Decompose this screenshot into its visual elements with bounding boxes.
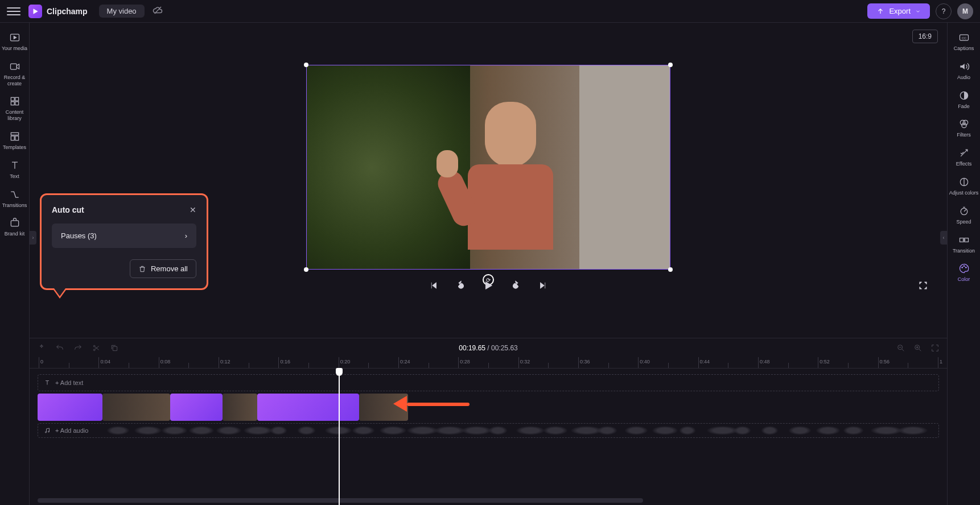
svg-rect-8 bbox=[11, 136, 14, 140]
autocut-panel: Auto cut ✕ Pauses (3) › Remove all bbox=[40, 193, 208, 290]
video-clip[interactable] bbox=[359, 394, 408, 421]
left-sidebar: Your media Record & create Content libra… bbox=[0, 23, 30, 505]
svg-text:CC: CC bbox=[961, 36, 966, 40]
sidebar-item-filters[interactable]: Filters bbox=[948, 114, 981, 143]
sidebar-item-fade[interactable]: Fade bbox=[948, 85, 981, 114]
zoom-in-button[interactable] bbox=[913, 343, 923, 353]
export-label: Export bbox=[889, 7, 911, 15]
menu-button[interactable] bbox=[7, 5, 20, 18]
pause-clip[interactable] bbox=[38, 394, 102, 421]
sidebar-item-templates[interactable]: Templates bbox=[0, 126, 30, 155]
svg-rect-2 bbox=[10, 64, 17, 69]
svg-point-13 bbox=[93, 349, 95, 351]
sidebar-item-audio[interactable]: Audio bbox=[948, 56, 981, 85]
svg-point-29 bbox=[961, 267, 962, 268]
resize-handle-tl[interactable] bbox=[304, 63, 308, 67]
svg-rect-7 bbox=[11, 133, 18, 135]
svg-point-30 bbox=[963, 266, 965, 267]
skip-start-button[interactable] bbox=[427, 279, 440, 292]
add-audio-label: + Add audio bbox=[55, 427, 88, 434]
text-icon bbox=[44, 379, 51, 386]
help-button[interactable]: ? bbox=[936, 3, 952, 19]
undo-button[interactable] bbox=[55, 343, 65, 353]
svg-rect-10 bbox=[11, 221, 18, 226]
audio-waveform bbox=[106, 426, 933, 435]
video-clip[interactable] bbox=[223, 394, 258, 421]
clipchamp-logo bbox=[28, 5, 42, 18]
sidebar-item-text[interactable]: Text bbox=[0, 155, 30, 184]
magic-tool-button[interactable] bbox=[36, 343, 47, 353]
pauses-row[interactable]: Pauses (3) › bbox=[52, 223, 196, 248]
sidebar-item-your-media[interactable]: Your media bbox=[0, 27, 30, 56]
zoom-out-button[interactable] bbox=[896, 343, 906, 353]
svg-rect-6 bbox=[15, 102, 18, 105]
split-button[interactable] bbox=[91, 343, 101, 353]
video-track[interactable] bbox=[38, 394, 939, 421]
pause-clip[interactable] bbox=[170, 394, 223, 421]
sync-status-icon bbox=[153, 5, 163, 18]
pause-clip[interactable] bbox=[257, 394, 359, 421]
music-note-icon bbox=[44, 427, 51, 434]
expand-right-panel[interactable]: ‹ bbox=[940, 231, 947, 245]
timeline-toolbar: 00:19.65 / 00:25.63 bbox=[30, 338, 947, 357]
right-sidebar: CCCaptions Audio Fade Filters Effects Ad… bbox=[947, 23, 980, 505]
sidebar-item-content-library[interactable]: Content library bbox=[0, 91, 30, 126]
play-button[interactable] bbox=[481, 279, 495, 292]
sidebar-item-transition[interactable]: Transition bbox=[948, 230, 981, 259]
aspect-ratio-button[interactable]: 16:9 bbox=[912, 30, 938, 43]
skip-end-button[interactable] bbox=[536, 279, 550, 292]
add-text-track[interactable]: + Add text bbox=[38, 374, 939, 391]
redo-button[interactable] bbox=[73, 343, 83, 353]
playhead[interactable] bbox=[339, 369, 340, 505]
timeline-time-display: 00:19.65 / 00:25.63 bbox=[459, 344, 517, 352]
seek-back-button[interactable] bbox=[454, 279, 468, 292]
svg-point-18 bbox=[48, 431, 50, 432]
chevron-right-icon: › bbox=[185, 231, 187, 240]
sidebar-item-brand-kit[interactable]: Brand kit bbox=[0, 213, 30, 242]
video-clip[interactable] bbox=[102, 394, 170, 421]
current-time: 00:19.65 bbox=[459, 344, 485, 352]
timeline-tracks: + Add text + Add audio bbox=[30, 369, 947, 505]
svg-rect-9 bbox=[15, 136, 18, 140]
trash-icon bbox=[138, 265, 146, 273]
pauses-label: Pauses (3) bbox=[61, 231, 97, 240]
sidebar-item-adjust-colors[interactable]: Adjust colors bbox=[948, 172, 981, 201]
svg-point-23 bbox=[963, 121, 967, 125]
remove-all-label: Remove all bbox=[151, 264, 188, 273]
total-time: 00:25.63 bbox=[491, 344, 518, 352]
project-title[interactable]: My video bbox=[99, 5, 145, 18]
sidebar-item-effects[interactable]: Effects bbox=[948, 143, 981, 172]
svg-point-17 bbox=[46, 432, 47, 433]
seek-forward-button[interactable] bbox=[509, 279, 522, 292]
autocut-close-button[interactable]: ✕ bbox=[190, 205, 196, 214]
add-text-label: + Add text bbox=[55, 379, 83, 386]
svg-point-24 bbox=[961, 123, 966, 128]
add-audio-track[interactable]: + Add audio bbox=[38, 423, 939, 438]
preview-area: 16:9 ⟳ bbox=[30, 23, 947, 338]
svg-rect-3 bbox=[11, 98, 14, 101]
zoom-fit-button[interactable] bbox=[930, 343, 940, 353]
copy-button[interactable] bbox=[109, 343, 120, 353]
sidebar-item-color[interactable]: Color bbox=[948, 258, 981, 287]
autocut-title: Auto cut bbox=[52, 205, 84, 214]
video-canvas[interactable] bbox=[306, 65, 670, 270]
upload-icon bbox=[876, 7, 884, 15]
user-avatar[interactable]: M bbox=[957, 3, 973, 19]
resize-handle-tr[interactable] bbox=[668, 63, 673, 67]
svg-rect-14 bbox=[113, 346, 117, 350]
svg-rect-5 bbox=[11, 102, 14, 105]
sidebar-item-speed[interactable]: Speed bbox=[948, 201, 981, 230]
sidebar-item-captions[interactable]: CCCaptions bbox=[948, 27, 981, 56]
video-frame-content bbox=[307, 65, 670, 269]
export-button[interactable]: Export bbox=[867, 3, 930, 19]
svg-point-31 bbox=[965, 267, 966, 268]
svg-rect-4 bbox=[15, 98, 18, 101]
fullscreen-button[interactable] bbox=[916, 279, 930, 292]
sidebar-item-transitions[interactable]: Transitions bbox=[0, 184, 30, 213]
horizontal-scrollbar[interactable] bbox=[38, 498, 643, 503]
timeline-ruler[interactable]: 00:040:080:120:160:200:240:280:320:360:4… bbox=[30, 357, 947, 369]
sidebar-item-record-create[interactable]: Record & create bbox=[0, 56, 30, 92]
brand-name: Clipchamp bbox=[47, 7, 88, 16]
chevron-down-icon bbox=[915, 9, 921, 14]
remove-all-button[interactable]: Remove all bbox=[130, 259, 196, 278]
